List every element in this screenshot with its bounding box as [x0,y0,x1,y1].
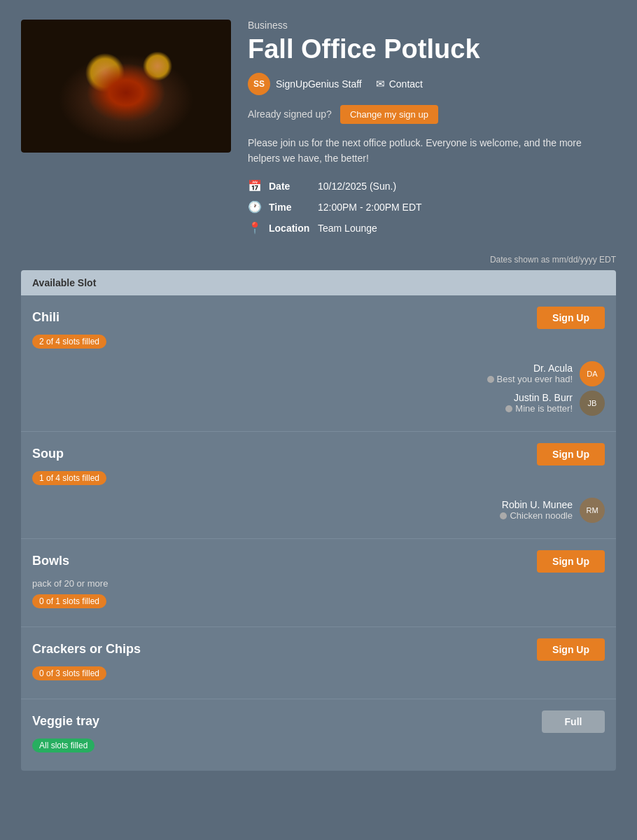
change-signup-button[interactable]: Change my sign up [340,105,438,124]
signup-name-1: Justin B. Burr [505,392,573,403]
contact-link[interactable]: ✉ Contact [376,78,423,90]
signup-name-0: Dr. Acula [487,363,573,374]
slot-button-veggie-tray: Full [542,710,605,733]
event-organizer: SS SignUpGenius Staff ✉ Contact [248,73,616,95]
slots-header: Available Slot [21,270,616,295]
slot-button-soup[interactable]: Sign Up [537,443,605,465]
calendar-icon: 📅 [248,179,262,193]
dates-note: Dates shown as mm/dd/yyyy EDT [0,249,637,270]
location-row: 📍 Location Team Lounge [248,221,616,235]
organizer-name: SignUpGenius Staff [276,78,362,90]
slot-name-chili: Chili [32,310,59,325]
event-description: Please join us for the next office potlu… [248,135,616,167]
date-label: Date [269,181,311,192]
slot-subtitle-bowls: pack of 20 or more [32,578,605,589]
slot-header-chili: Chili Sign Up [32,307,605,329]
slot-button-bowls[interactable]: Sign Up [537,550,605,573]
event-details: 📅 Date 10/12/2025 (Sun.) 🕐 Time 12:00PM … [248,179,616,235]
slot-header-crackers-or-chips: Crackers or Chips Sign Up [32,638,605,661]
event-title: Fall Office Potluck [248,35,616,64]
contact-label: Contact [389,78,423,90]
signup-comment-1: Mine is better! [505,403,573,414]
slots-badge-chili: 2 of 4 slots filled [32,335,106,349]
already-signed-row: Already signed up? Change my sign up [248,105,616,124]
slot-bowls: Bowls Sign Up pack of 20 or more 0 of 1 … [21,539,616,627]
signup-entry-soup-0: Robin U. Munee Chicken noodle RM [32,498,605,523]
comment-dot-icon [505,405,512,412]
slot-name-bowls: Bowls [32,554,69,568]
date-value: 10/12/2025 (Sun.) [318,181,396,192]
slot-button-chili[interactable]: Sign Up [537,307,605,329]
slots-badge-soup: 1 of 4 slots filled [32,471,106,485]
signups-list-chili: Dr. Acula Best you ever had! DA Justin B… [32,361,605,416]
time-row: 🕐 Time 12:00PM - 2:00PM EDT [248,200,616,214]
avatar-chili-0: DA [580,361,605,386]
clock-icon: 🕐 [248,200,262,214]
slot-header-soup: Soup Sign Up [32,443,605,465]
slot-header-bowls: Bowls Sign Up [32,550,605,573]
signup-comment-0: Chicken noodle [500,510,573,521]
mail-icon: ✉ [376,78,385,90]
signup-name-comment-0: Robin U. Munee Chicken noodle [500,499,573,521]
slots-badge-bowls: 0 of 1 slots filled [32,594,106,608]
comment-dot-icon [487,376,494,383]
organizer-badge: SS SignUpGenius Staff [248,73,362,95]
event-category: Business [248,20,616,31]
signup-name-comment-0: Dr. Acula Best you ever had! [487,363,573,384]
date-row: 📅 Date 10/12/2025 (Sun.) [248,179,616,193]
signup-entry-chili-1: Justin B. Burr Mine is better! JB [32,391,605,416]
event-image [21,20,231,153]
comment-dot-icon [500,512,507,519]
signup-name-comment-1: Justin B. Burr Mine is better! [505,392,573,414]
slot-button-crackers-or-chips[interactable]: Sign Up [537,638,605,661]
avatar-soup-0: RM [580,498,605,523]
slot-veggie-tray: Veggie tray Full All slots filled [21,699,616,771]
slots-badge-veggie-tray: All slots filled [32,738,94,752]
location-label: Location [269,223,311,234]
slot-name-soup: Soup [32,447,64,461]
avatar-chili-1: JB [580,391,605,416]
slot-name-veggie-tray: Veggie tray [32,714,99,729]
slots-badge-crackers-or-chips: 0 of 3 slots filled [32,666,106,680]
slots-list: Chili Sign Up 2 of 4 slots filled Dr. Ac… [21,295,616,771]
slot-crackers-or-chips: Crackers or Chips Sign Up 0 of 3 slots f… [21,627,616,699]
slot-name-crackers-or-chips: Crackers or Chips [32,642,141,657]
organizer-avatar: SS [248,73,270,95]
time-label: Time [269,202,311,213]
header-section: Business Fall Office Potluck SS SignUpGe… [0,0,637,249]
already-signed-text: Already signed up? [248,108,332,120]
slot-header-veggie-tray: Veggie tray Full [32,710,605,733]
event-photo [21,20,231,153]
signup-name-0: Robin U. Munee [500,499,573,510]
signup-entry-chili-0: Dr. Acula Best you ever had! DA [32,361,605,386]
signup-comment-0: Best you ever had! [487,374,573,384]
pin-icon: 📍 [248,221,262,235]
slots-container: Available Slot Chili Sign Up 2 of 4 slot… [0,270,637,792]
slot-chili: Chili Sign Up 2 of 4 slots filled Dr. Ac… [21,295,616,432]
location-value: Team Lounge [318,223,377,234]
signups-list-soup: Robin U. Munee Chicken noodle RM [32,498,605,523]
event-info: Business Fall Office Potluck SS SignUpGe… [248,20,616,235]
slot-soup: Soup Sign Up 1 of 4 slots filled Robin U… [21,432,616,539]
time-value: 12:00PM - 2:00PM EDT [318,202,422,213]
